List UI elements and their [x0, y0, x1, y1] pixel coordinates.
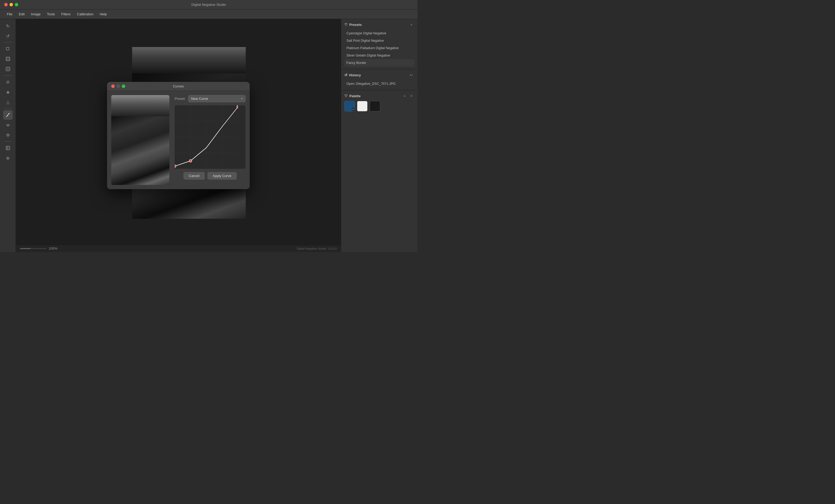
heart-icon: ♡: [344, 22, 348, 27]
table-icon[interactable]: [3, 143, 13, 153]
svg-rect-1: [6, 57, 10, 61]
dialog-title: Curves: [173, 84, 184, 88]
app-title: Digital Negative Studio: [191, 3, 226, 6]
presets-list: Cyanotype Digital Negative Salt Print Di…: [344, 29, 414, 67]
svg-point-19: [237, 105, 238, 108]
swatch-wrapper-black: [370, 101, 380, 111]
title-bar: Digital Negative Studio: [0, 0, 418, 9]
rotate-cw-icon[interactable]: ↻: [3, 21, 13, 30]
curves-dialog: Curves Preset: New Curve: [107, 82, 250, 189]
menu-calibration[interactable]: Calibration: [74, 11, 96, 17]
apply-curve-button[interactable]: Apply Curve: [207, 172, 237, 180]
preset-item-platinum[interactable]: Platinum Palladium Digital Negative: [344, 44, 414, 52]
close-palette-button[interactable]: ×: [408, 93, 414, 99]
dialog-titlebar: Curves: [107, 82, 250, 91]
dialog-traffic-lights: [111, 85, 125, 88]
preset-item-fancy-border[interactable]: Fancy Border ×: [344, 59, 414, 67]
frame-icon[interactable]: [3, 54, 13, 64]
traffic-lights: [4, 3, 18, 6]
history-section: ↺ History ↩ Open 1Negative_DSC_7071.JPG: [341, 69, 418, 90]
history-item-open[interactable]: Open 1Negative_DSC_7071.JPG: [344, 80, 414, 87]
swatch-wrapper-white: [357, 101, 368, 111]
presets-title: ♡ Presets: [344, 22, 362, 27]
preset-field-label: Preset:: [175, 97, 185, 101]
dialog-controls: Preset: New Curve ▾: [169, 95, 245, 185]
palette-section: ♡ Palette + × ▾: [341, 90, 418, 114]
presets-section: ♡ Presets + Cyanotype Digital Negative S…: [341, 19, 418, 69]
sidebar-divider-2: [4, 75, 12, 76]
preset-item-cyanotype[interactable]: Cyanotype Digital Negative: [344, 29, 414, 37]
svg-rect-0: [6, 47, 9, 50]
history-icon: ↺: [344, 73, 347, 77]
curve-graph[interactable]: [175, 105, 245, 169]
settings-icon[interactable]: ⚙: [3, 130, 13, 140]
palette-header: ♡ Palette + ×: [344, 93, 414, 99]
palette-title: ♡ Palette: [344, 94, 361, 98]
app-body: ↻ ↺ ⊘ ◈ △: [0, 19, 418, 252]
sidebar-divider-1: [4, 42, 12, 43]
sidebar-divider-3: [4, 108, 12, 109]
right-panel: ♡ Presets + Cyanotype Digital Negative S…: [341, 19, 418, 252]
menu-file[interactable]: File: [4, 11, 15, 17]
preset-item-silver-gelatin[interactable]: Silver Gelatin Digital Negative: [344, 52, 414, 59]
sidebar-divider-4: [4, 141, 12, 142]
chevron-down-icon: ▾: [241, 97, 243, 100]
preset-item-salt-print[interactable]: Salt Print Digital Negative: [344, 37, 414, 44]
add-preset-button[interactable]: +: [408, 22, 414, 27]
menu-bar: File Edit Image Tools Filters Calibratio…: [0, 9, 418, 19]
layers-icon[interactable]: [3, 120, 13, 130]
svg-rect-2: [7, 58, 9, 60]
dialog-close-button[interactable]: [111, 85, 115, 88]
menu-tools[interactable]: Tools: [44, 11, 58, 17]
swatch-wrapper-blue: ▾: [344, 101, 355, 111]
menu-image[interactable]: Image: [28, 11, 43, 17]
add-palette-button[interactable]: +: [402, 93, 407, 99]
swatch-white[interactable]: [357, 101, 368, 111]
dialog-buttons: Cancel Apply Curve: [175, 172, 245, 180]
dialog-preview-top: [111, 95, 169, 116]
svg-point-18: [189, 160, 192, 162]
history-header: ↺ History ↩: [344, 72, 414, 78]
palette-swatches: ▾: [344, 101, 414, 111]
preset-row: Preset: New Curve ▾: [175, 95, 245, 102]
svg-point-17: [175, 165, 176, 167]
minimize-button[interactable]: [9, 3, 13, 6]
drop-icon[interactable]: ◈: [3, 87, 13, 97]
bucket-icon[interactable]: △: [3, 97, 13, 107]
curve-tool-icon[interactable]: [3, 110, 13, 120]
main-canvas-area: Curves Preset: New Curve: [16, 19, 341, 252]
preset-dropdown[interactable]: New Curve ▾: [188, 95, 245, 102]
menu-filters[interactable]: Filters: [59, 11, 73, 17]
maximize-button[interactable]: [15, 3, 18, 6]
preset-value: New Curve: [191, 97, 208, 101]
history-list: Open 1Negative_DSC_7071.JPG: [344, 80, 414, 87]
history-title: ↺ History: [344, 73, 361, 77]
dialog-minimize-button[interactable]: [117, 85, 120, 88]
no-entry-icon[interactable]: ⊘: [3, 77, 13, 87]
sidebar: ↻ ↺ ⊘ ◈ △: [0, 19, 16, 252]
cancel-button[interactable]: Cancel: [183, 172, 205, 180]
add-layer-icon[interactable]: ⊕: [3, 153, 13, 163]
crop-icon[interactable]: [3, 44, 13, 54]
presets-header: ♡ Presets +: [344, 22, 414, 27]
menu-edit[interactable]: Edit: [16, 11, 27, 17]
undo-button[interactable]: ↩: [408, 72, 414, 78]
transform-icon[interactable]: [3, 64, 13, 74]
dialog-overlay: Curves Preset: New Curve: [16, 19, 341, 252]
dialog-preview-bottom: [111, 116, 169, 185]
dialog-maximize-button[interactable]: [122, 85, 125, 88]
palette-icon: ♡: [344, 94, 348, 98]
swatch-black[interactable]: [370, 101, 380, 111]
menu-help[interactable]: Help: [97, 11, 109, 17]
rotate-ccw-icon[interactable]: ↺: [3, 31, 13, 41]
svg-rect-6: [6, 146, 10, 150]
close-button[interactable]: [4, 3, 8, 6]
palette-actions: + ×: [402, 93, 414, 99]
swatch-dropdown-blue[interactable]: ▾: [352, 108, 354, 111]
dialog-image-preview: [111, 95, 169, 185]
curve-svg: [175, 105, 238, 169]
dialog-body: Preset: New Curve ▾: [107, 91, 250, 189]
